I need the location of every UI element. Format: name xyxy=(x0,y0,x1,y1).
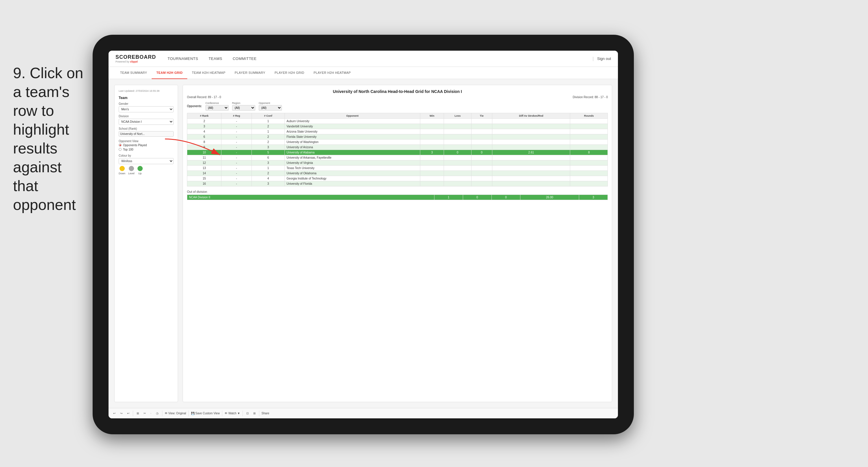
cell-conf: 1 xyxy=(251,129,284,134)
legend-label-up: Up xyxy=(138,172,142,175)
grid-title: University of North Carolina Head-to-Hea… xyxy=(187,89,608,94)
toolbar-grid[interactable]: ⊞ xyxy=(135,411,140,415)
opponents-label: Opponents: xyxy=(187,105,202,108)
bottom-toolbar: ↩ ↪ ↩ ⊞ ✂ · ◷ 👁 View: Original 💾 Save Cu… xyxy=(108,408,618,418)
nav-teams[interactable]: TEAMS xyxy=(209,56,222,61)
out-division-diff: 26.00 xyxy=(520,195,579,200)
cell-diff xyxy=(492,160,570,166)
sign-out-button[interactable]: Sign out xyxy=(597,56,611,61)
sidebar-gender-select[interactable]: Men's xyxy=(119,106,174,112)
nav-committee[interactable]: COMMITTEE xyxy=(233,56,257,61)
col-conf: # Conf xyxy=(251,113,284,119)
table-row[interactable]: 6 - 2 Florida State University xyxy=(187,134,608,140)
toolbar-share[interactable]: Share xyxy=(261,412,270,415)
cell-rank: 8 xyxy=(187,140,221,145)
table-row[interactable]: 15 - 4 Georgia Institute of Technology xyxy=(187,176,608,181)
cell-rank: 16 xyxy=(187,181,221,186)
cell-win xyxy=(420,134,444,140)
table-row[interactable]: 9 - 3 University of Arizona xyxy=(187,145,608,150)
toolbar-sep2 xyxy=(162,411,162,416)
cell-conf: 3 xyxy=(251,160,284,166)
cell-reg: - xyxy=(221,140,251,145)
logo-scoreboard: SCOREBOARD xyxy=(116,54,156,60)
col-reg: # Reg xyxy=(221,113,251,119)
toolbar-grid2[interactable]: ⊞ xyxy=(252,411,257,415)
cell-diff xyxy=(492,155,570,160)
toolbar-clock[interactable]: ◷ xyxy=(155,411,160,415)
filter-conference-select[interactable]: (All) xyxy=(206,105,229,111)
cell-tie xyxy=(471,129,492,134)
cell-rounds xyxy=(570,181,608,186)
tab-player-h2h-grid[interactable]: PLAYER H2H GRID xyxy=(270,67,309,79)
tab-team-summary[interactable]: TEAM SUMMARY xyxy=(116,67,152,79)
cell-loss xyxy=(444,140,471,145)
table-row[interactable]: 11 - 6 University of Arkansas, Fayettevi… xyxy=(187,155,608,160)
cell-tie xyxy=(471,140,492,145)
col-win: Win xyxy=(420,113,444,119)
cell-reg: - xyxy=(221,181,251,186)
cell-opponent: Auburn University xyxy=(285,119,420,124)
cell-opponent: University of Arizona xyxy=(285,145,420,150)
table-row[interactable]: 4 - 1 Arizona State University xyxy=(187,129,608,134)
cell-rounds xyxy=(570,155,608,160)
toolbar-cut[interactable]: ✂ xyxy=(143,411,147,415)
cell-reg: - xyxy=(221,145,251,150)
cell-diff xyxy=(492,176,570,181)
cell-reg: - xyxy=(221,129,251,134)
grid-area: University of North Carolina Head-to-Hea… xyxy=(183,85,612,402)
tablet-frame: SCOREBOARD Powered by clippd TOURNAMENTS… xyxy=(93,35,634,434)
division-record: Division Record: 88 - 17 - 0 xyxy=(573,95,608,99)
cell-conf: 5 xyxy=(251,150,284,155)
cell-conf: 2 xyxy=(251,124,284,129)
cell-reg: - xyxy=(221,171,251,176)
table-row[interactable]: 14 - 2 University of Oklahoma xyxy=(187,171,608,176)
toolbar-save-custom[interactable]: 💾 Save Custom View xyxy=(191,412,220,415)
table-row[interactable]: 13 - 1 Texas Tech University xyxy=(187,166,608,171)
cell-rank: 10 xyxy=(187,150,221,155)
sidebar-colour-by-select[interactable]: Win/loss xyxy=(119,158,174,164)
out-division-rounds: 3 xyxy=(579,195,608,200)
tab-team-h2h-heatmap[interactable]: TEAM H2H HEATMAP xyxy=(187,67,230,79)
toolbar-dot[interactable]: · xyxy=(149,411,153,415)
out-division-row[interactable]: NCAA Division II 1 0 0 26.00 3 xyxy=(187,195,608,200)
cell-rounds xyxy=(570,160,608,166)
cell-win xyxy=(420,140,444,145)
cell-conf: 3 xyxy=(251,145,284,150)
cell-rounds xyxy=(570,124,608,129)
tab-team-h2h-grid[interactable]: TEAM H2H GRID xyxy=(152,67,187,79)
tab-player-summary[interactable]: PLAYER SUMMARY xyxy=(230,67,270,79)
table-row[interactable]: 10 - 5 University of Alabama 3 0 0 2.61 … xyxy=(187,150,608,155)
sidebar-division-select[interactable]: NCAA Division I xyxy=(119,119,174,125)
filter-opponent: Opponent (All) xyxy=(259,101,282,111)
table-row[interactable]: 3 - 2 Vanderbilt University xyxy=(187,124,608,129)
cell-win xyxy=(420,160,444,166)
cell-reg: - xyxy=(221,124,251,129)
cell-tie xyxy=(471,119,492,124)
filter-opponent-select[interactable]: (All) xyxy=(259,105,282,111)
toolbar-watch[interactable]: 👁 Watch ▼ xyxy=(225,412,240,415)
radio-top100[interactable]: Top 100 xyxy=(119,148,174,151)
cell-diff xyxy=(492,119,570,124)
toolbar-view-original[interactable]: 👁 View: Original xyxy=(165,412,186,415)
cell-loss xyxy=(444,176,471,181)
cell-loss xyxy=(444,129,471,134)
table-row[interactable]: 8 - 2 University of Washington xyxy=(187,140,608,145)
table-row[interactable]: 2 - 1 Auburn University xyxy=(187,119,608,124)
radio-opponents-played[interactable]: Opponents Played xyxy=(119,144,174,147)
cell-rounds xyxy=(570,145,608,150)
table-row[interactable]: 16 - 3 University of Florida xyxy=(187,181,608,186)
cell-reg: - xyxy=(221,176,251,181)
toolbar-redo[interactable]: ↪ xyxy=(119,411,124,415)
tab-player-h2h-heatmap[interactable]: PLAYER H2H HEATMAP xyxy=(309,67,355,79)
cell-rounds xyxy=(570,119,608,124)
toolbar-back[interactable]: ↩ xyxy=(126,411,130,415)
sidebar-colour-by: Colour by Win/loss xyxy=(119,154,174,164)
toolbar-screen[interactable]: ⊡ xyxy=(245,411,250,415)
cell-conf: 4 xyxy=(251,176,284,181)
sidebar-team-label: Team xyxy=(119,96,174,100)
table-row[interactable]: 12 - 3 University of Virginia xyxy=(187,160,608,166)
nav-tournaments[interactable]: TOURNAMENTS xyxy=(167,56,198,61)
filter-region-select[interactable]: (All) xyxy=(232,105,255,111)
cell-rank: 3 xyxy=(187,124,221,129)
toolbar-undo[interactable]: ↩ xyxy=(112,411,117,415)
